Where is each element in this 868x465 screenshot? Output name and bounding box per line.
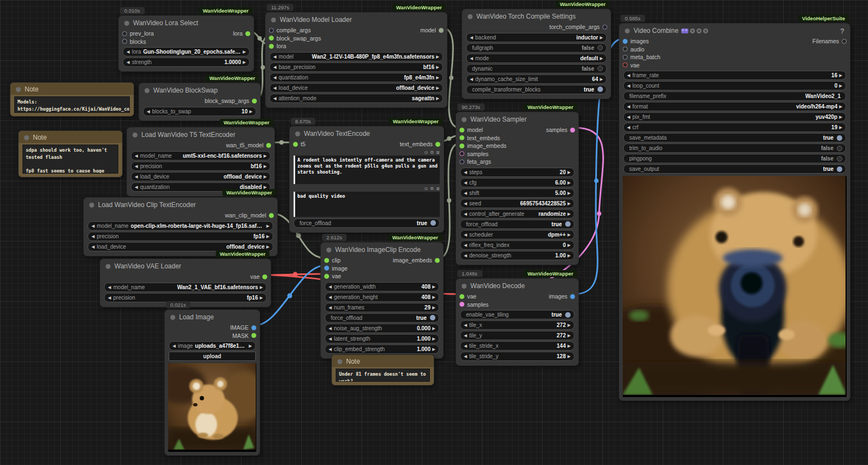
collapse-dot-icon[interactable] bbox=[124, 21, 129, 26]
input-slot-vae[interactable]: vae bbox=[321, 272, 351, 280]
collapse-dot-icon[interactable] bbox=[337, 359, 342, 364]
node-wanvideo-textencode[interactable]: 8.670s WanVideoWrapper WanVideo TextEnco… bbox=[289, 126, 444, 233]
widget-precision[interactable]: ◀precisionfp16▶ bbox=[104, 293, 267, 302]
gear-icon[interactable]: ⚙ bbox=[430, 186, 434, 191]
slot-dot[interactable] bbox=[251, 325, 256, 330]
node-title-bar[interactable]: WanVideo Sampler bbox=[456, 112, 578, 125]
slot-dot[interactable] bbox=[122, 31, 127, 36]
arrow-right-icon[interactable]: ▶ bbox=[436, 85, 439, 90]
widget-base_precision[interactable]: ◀base_precisionbf16▶ bbox=[269, 62, 443, 72]
input-slot-text_embeds[interactable]: text_embeds bbox=[456, 134, 510, 142]
node-load-image[interactable]: 0.021s Load Image IMAGEMASK ◀imageupload… bbox=[164, 309, 260, 456]
toggle-knob[interactable] bbox=[837, 156, 842, 162]
arrow-right-icon[interactable]: ▶ bbox=[263, 153, 267, 158]
widget-riflex_freq_index[interactable]: ◀riflex_freq_index0▶ bbox=[460, 240, 574, 250]
arrow-left-icon[interactable]: ◀ bbox=[91, 234, 95, 239]
arrow-right-icon[interactable]: ▶ bbox=[432, 305, 435, 310]
arrow-left-icon[interactable]: ◀ bbox=[329, 326, 332, 331]
arrow-right-icon[interactable]: ▶ bbox=[266, 234, 269, 239]
note-models[interactable]: Note Models: https://huggingface.co/Kija… bbox=[10, 82, 134, 117]
slot-dot[interactable] bbox=[435, 258, 440, 263]
slot-dot[interactable] bbox=[570, 294, 575, 299]
widget-precision[interactable]: ◀precisionbf16▶ bbox=[131, 162, 271, 171]
input-slot-samples[interactable]: samples bbox=[456, 150, 510, 158]
widget-attention_mode[interactable]: ◀attention_modesageattn▶ bbox=[269, 94, 443, 103]
collapse-dot-icon[interactable] bbox=[145, 88, 150, 93]
widget-blocks_to_swap[interactable]: ◀blocks_to_swap10▶ bbox=[143, 107, 256, 116]
widget-backend[interactable]: ◀backendinductor▶ bbox=[466, 33, 607, 42]
arrow-right-icon[interactable]: ▶ bbox=[243, 60, 246, 65]
slot-dot[interactable] bbox=[459, 151, 464, 156]
slot-dot[interactable] bbox=[324, 258, 329, 263]
textarea-toolbar[interactable]: ⊙⚙≣ bbox=[294, 150, 440, 156]
output-slot-Filenames[interactable]: Filenames bbox=[809, 37, 850, 45]
slot-dot[interactable] bbox=[269, 36, 274, 41]
arrow-right-icon[interactable]: ▶ bbox=[839, 125, 842, 130]
widget-compile_transformer_blocks[interactable]: compile_transformer_blockstrue bbox=[466, 85, 607, 94]
arrow-right-icon[interactable]: ▶ bbox=[567, 354, 571, 359]
note-title-bar[interactable]: Note bbox=[19, 131, 122, 143]
note-sdpa[interactable]: Note sdpa should work too, haven't teste… bbox=[18, 130, 123, 177]
input-slot-blocks[interactable]: blocks bbox=[119, 38, 157, 46]
arrow-right-icon[interactable]: ▶ bbox=[567, 201, 571, 206]
arrow-right-icon[interactable]: ▶ bbox=[839, 83, 842, 88]
slot-dot[interactable] bbox=[459, 302, 464, 307]
arrow-right-icon[interactable]: ▶ bbox=[567, 211, 571, 216]
widget-pingpong[interactable]: pingpongfalse bbox=[623, 154, 846, 163]
widget-trim_to_audio[interactable]: trim_to_audiofalse bbox=[623, 143, 846, 153]
arrow-right-icon[interactable]: ▶ bbox=[567, 191, 571, 196]
input-slot-vae[interactable]: vae bbox=[619, 61, 664, 70]
arrow-right-icon[interactable]: ▶ bbox=[567, 180, 571, 185]
widget-save_output[interactable]: save_outputtrue bbox=[623, 164, 846, 174]
output-slot-model[interactable]: model bbox=[417, 26, 447, 35]
slot-dot[interactable] bbox=[435, 142, 440, 147]
node-title-bar[interactable]: WanVideo BlockSwap bbox=[139, 83, 260, 96]
arrow-left-icon[interactable]: ◀ bbox=[470, 77, 473, 82]
arrow-left-icon[interactable]: ◀ bbox=[464, 333, 467, 338]
arrow-left-icon[interactable]: ◀ bbox=[464, 232, 467, 237]
slot-dot[interactable] bbox=[245, 31, 250, 36]
node-title-bar[interactable]: WanVideo Decode bbox=[456, 279, 578, 291]
output-slot-image_embeds[interactable]: image_embeds bbox=[389, 256, 443, 265]
node-wanvideo-lora-select[interactable]: 0.010s WanVideoWrapper WanVideo Lora Sel… bbox=[118, 15, 254, 72]
widget-format[interactable]: ◀formatvideo/h264-mp4▶ bbox=[623, 102, 846, 111]
node-wanvideo-model-loader[interactable]: 11.297s WanVideoWrapper WanVideo Model L… bbox=[265, 12, 447, 108]
widget-lora[interactable]: ◀loraGun-Shooting\gun_20_epochs.safetens… bbox=[123, 47, 250, 56]
slot-dot[interactable] bbox=[324, 266, 329, 271]
widget-generation_width[interactable]: ◀generation_width408▶ bbox=[325, 282, 439, 291]
input-slot-clip[interactable]: clip bbox=[321, 256, 351, 265]
speaker-icon[interactable]: ≣ bbox=[436, 186, 440, 191]
node-title-bar[interactable]: Load WanVideo T5 TextEncoder bbox=[127, 128, 274, 140]
arrow-left-icon[interactable]: ◀ bbox=[127, 49, 130, 54]
output-slot-samples[interactable]: samples bbox=[543, 126, 578, 134]
gear-icon[interactable]: ⚙ bbox=[430, 150, 434, 155]
output-slot-block_swap_args[interactable]: block_swap_args bbox=[202, 97, 260, 105]
arrow-left-icon[interactable]: ◀ bbox=[147, 109, 150, 114]
widget-tile_stride_y[interactable]: ◀tile_stride_y128▶ bbox=[460, 352, 574, 361]
arrow-left-icon[interactable]: ◀ bbox=[108, 285, 111, 290]
arrow-right-icon[interactable]: ▶ bbox=[600, 56, 603, 61]
speaker-icon[interactable]: ≣ bbox=[436, 150, 440, 155]
arrow-right-icon[interactable]: ▶ bbox=[839, 114, 842, 119]
output-slot-vae[interactable]: vae bbox=[247, 273, 271, 281]
slot-dot[interactable] bbox=[293, 142, 298, 147]
widget-num_frames[interactable]: ◀num_frames29▶ bbox=[325, 303, 439, 312]
widget-model_name[interactable]: ◀model_nameopen-clip-xlm-roberta-large-v… bbox=[88, 221, 273, 231]
node-title-bar[interactable]: WanVideo TextEncode bbox=[290, 127, 444, 139]
arrow-right-icon[interactable]: ▶ bbox=[432, 284, 435, 289]
slot-dot[interactable] bbox=[459, 143, 464, 148]
slot-dot[interactable] bbox=[623, 39, 628, 44]
output-slot-text_embeds[interactable]: text_embeds bbox=[396, 140, 444, 148]
widget-seed[interactable]: ◀seed669575434228525▶ bbox=[460, 199, 574, 208]
toggle-knob[interactable] bbox=[430, 220, 436, 226]
slot-dot[interactable] bbox=[262, 274, 267, 279]
widget-noise_aug_strength[interactable]: ◀noise_aug_strength0.000▶ bbox=[325, 324, 439, 333]
collapse-dot-icon[interactable] bbox=[16, 87, 21, 92]
widget-scheduler[interactable]: ◀schedulerdpm++▶ bbox=[460, 230, 574, 239]
widget-load_device[interactable]: ◀load_deviceoffload_device▶ bbox=[269, 83, 443, 93]
slot-dot[interactable] bbox=[269, 28, 274, 33]
arrow-right-icon[interactable]: ▶ bbox=[600, 77, 603, 82]
toggle-knob[interactable] bbox=[430, 315, 435, 320]
slot-dot[interactable] bbox=[623, 62, 628, 67]
arrow-left-icon[interactable]: ◀ bbox=[464, 243, 467, 248]
